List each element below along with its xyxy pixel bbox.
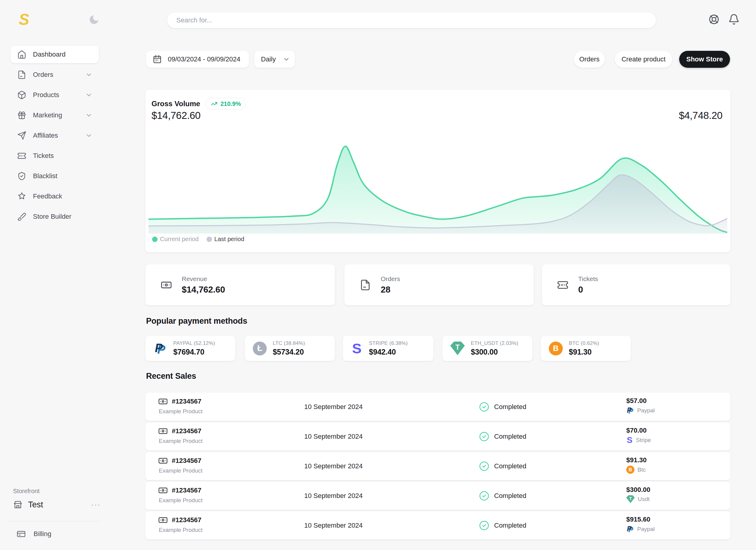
payment-method-btc: B BTC (0.62%) $91.30 [541,336,631,361]
check-circle-icon [479,461,489,471]
moon-icon [88,14,100,25]
chevron-down-icon [85,112,93,119]
payment-amount: $5734.20 [273,348,305,356]
interval-value: Daily [261,55,276,63]
legend-label: Current period [160,236,199,242]
sale-row[interactable]: #1234567 Example Product 10 September 20… [145,452,730,480]
sidebar-item-store-builder[interactable]: Store Builder [11,208,99,225]
sale-status: Completed [479,461,526,471]
sidebar-item-label: Marketing [33,111,62,119]
stripe-icon: S [626,436,633,444]
orders-button[interactable]: Orders [574,51,605,68]
notifications-button[interactable] [728,14,740,25]
storefront-selector[interactable]: Test ··· [13,497,101,513]
storefront-more-button[interactable]: ··· [91,503,101,506]
sidebar-item-products[interactable]: Products [11,86,99,104]
sale-row[interactable]: #1234567 Example Product 10 September 20… [145,511,730,539]
gross-volume-card: Gross Volume 210.9% $14,762.60 $4,748.20 [145,90,730,252]
sidebar-item-orders[interactable]: Orders [11,66,99,83]
sale-product: Example Product [159,438,203,444]
sidebar-item-tickets[interactable]: Tickets [11,147,99,164]
app-logo[interactable]: S [19,10,29,28]
theme-toggle-button[interactable] [88,14,100,25]
store-icon [13,500,23,509]
litecoin-icon: Ł [253,342,267,356]
sale-product: Example Product [159,527,203,533]
sale-id: #1234567 [172,398,201,405]
stat-value: 28 [381,285,400,295]
show-store-button[interactable]: Show Store [679,51,730,68]
payment-method-eth-usdt: T ETH_USDT (2.03%) $300.00 [442,336,532,361]
sidebar-item-label: Blacklist [33,172,57,180]
bell-icon [728,14,740,25]
sidebar-item-affiliates[interactable]: Affiliates [11,127,99,144]
sale-amount: $70.00 [626,427,651,435]
create-product-button[interactable]: Create product [615,51,672,68]
sidebar-item-billing[interactable]: Billing [17,527,101,541]
sale-status: Completed [479,520,526,531]
stat-label: Tickets [578,275,598,283]
billing-label: Billing [34,530,51,538]
stat-value: 0 [578,285,598,295]
payment-label: ETH_USDT (2.03%) [471,340,518,347]
paypal-icon: PP [626,525,634,533]
sidebar-item-label: Tickets [33,152,54,160]
sidebar-item-marketing[interactable]: Marketing [11,106,99,124]
sale-id: #1234567 [172,457,201,465]
banknote-icon [158,515,168,525]
sale-date: 10 September 2024 [304,462,363,470]
interval-select[interactable]: Daily [254,51,295,68]
payment-label: BTC (0.62%) [569,340,599,347]
paypal-icon: PP [626,406,634,415]
status-text: Completed [494,462,526,470]
sidebar-item-blacklist[interactable]: Blacklist [11,167,99,185]
sidebar-item-label: Feedback [33,192,62,200]
check-circle-icon [479,491,489,501]
orders-stat-card: Orders 28 [344,264,534,305]
change-badge: 210.9% [206,98,246,110]
sale-product: Example Product [159,408,203,415]
stat-value: $14,762.60 [182,285,225,295]
legend-label: Last period [214,236,244,242]
sale-id: #1234567 [172,427,201,435]
sidebar-item-label: Products [33,91,59,99]
stripe-icon: S [351,341,363,356]
tether-icon: T [626,495,635,503]
payment-amount: $91.30 [569,348,599,356]
chevron-down-icon [283,56,290,63]
sidebar-item-label: Dashboard [33,50,66,58]
stat-label: Revenue [182,275,225,283]
date-range-picker[interactable]: 09/03/2024 - 09/09/2024 [146,51,249,68]
date-range-value: 09/03/2024 - 09/09/2024 [168,55,240,63]
sale-amount: $300.00 [626,486,650,494]
sidebar-item-feedback[interactable]: Feedback [11,187,99,205]
gift-icon [17,111,26,120]
sidebar-item-label: Store Builder [33,213,71,220]
banknote-icon [158,486,168,495]
legend-dot-current [152,236,158,242]
check-circle-icon [479,431,489,442]
search-input[interactable] [167,12,656,28]
sale-date: 10 September 2024 [304,522,363,529]
sidebar-item-label: Affiliates [33,132,58,139]
sale-row[interactable]: #1234567 Example Product 10 September 20… [145,393,730,421]
payments-heading: Popular payment methods [146,317,247,326]
payment-label: STRIPE (6.38%) [369,340,408,347]
chevron-down-icon [85,91,93,99]
stat-label: Orders [381,275,400,283]
sale-product: Example Product [159,467,203,474]
sale-row[interactable]: #1234567 Example Product 10 September 20… [145,482,730,510]
legend-current-period: Current period [152,236,199,242]
calendar-icon [153,55,162,64]
sidebar-item-dashboard[interactable]: Dashboard [11,46,99,63]
sale-status: Completed [479,491,526,501]
sale-status: Completed [479,431,526,442]
gross-volume-title: Gross Volume [152,99,200,108]
status-text: Completed [494,433,526,441]
method-name: Paypal [637,526,655,532]
help-button[interactable] [708,14,720,25]
payment-method-ltc: Ł LTC (38.84%) $5734.20 [245,336,335,361]
sale-row[interactable]: #1234567 Example Product 10 September 20… [145,422,730,451]
chevron-down-icon [85,71,93,78]
banknote-icon [158,397,168,406]
